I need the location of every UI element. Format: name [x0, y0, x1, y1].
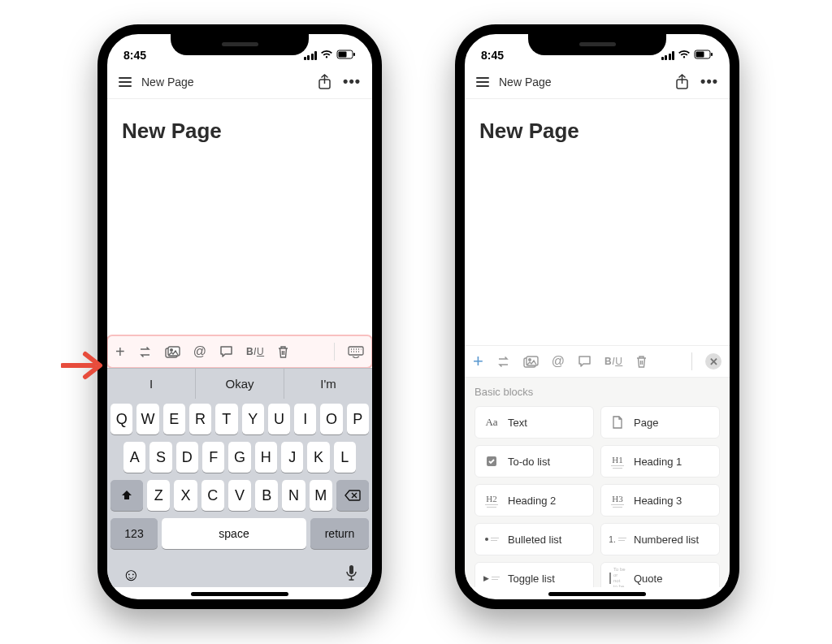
block-option-quote[interactable]: To beor notto beQuote [600, 562, 720, 587]
suggestion-1[interactable]: I [107, 369, 196, 399]
key-t[interactable]: T [215, 404, 237, 434]
H3-icon: H3 [609, 492, 626, 508]
phone-notch [528, 32, 666, 55]
comment-icon[interactable] [578, 355, 592, 368]
shift-key[interactable] [110, 480, 143, 511]
format-toolbar: + @ BIU [107, 335, 372, 368]
block-option-label: To-do list [508, 456, 550, 468]
key-m[interactable]: M [310, 480, 332, 511]
bullet-icon [483, 531, 500, 547]
menu-icon[interactable] [476, 77, 489, 87]
text-format-button[interactable]: BIU [246, 346, 264, 357]
format-toolbar: + @ BIU ✕ [465, 345, 730, 378]
key-d[interactable]: D [176, 442, 198, 473]
more-icon[interactable]: ••• [343, 73, 361, 90]
key-r[interactable]: R [189, 404, 211, 434]
breadcrumb[interactable]: New Page [141, 76, 194, 89]
page-icon [609, 414, 626, 430]
image-icon[interactable] [165, 346, 180, 358]
block-option-numbered-list[interactable]: 1.Numbered list [600, 523, 720, 555]
suggestion-3[interactable]: I'm [284, 369, 372, 399]
key-i[interactable]: I [294, 404, 316, 434]
text-format-button[interactable]: BIU [604, 356, 622, 367]
block-option-bulleted-list[interactable]: Bulleted list [474, 523, 594, 555]
key-p[interactable]: P [347, 404, 369, 434]
key-h[interactable]: H [255, 442, 277, 473]
key-u[interactable]: U [268, 404, 290, 434]
editor-content[interactable] [465, 144, 730, 345]
page-title[interactable]: New Page [465, 99, 730, 144]
trash-icon[interactable] [635, 355, 648, 369]
svg-rect-2 [339, 52, 347, 58]
mention-icon[interactable]: @ [193, 344, 206, 359]
block-option-label: Toggle list [508, 573, 555, 585]
add-block-button[interactable]: + [473, 351, 483, 372]
key-v[interactable]: V [228, 480, 251, 511]
block-option-heading-2[interactable]: H2Heading 2 [474, 484, 594, 516]
emoji-key[interactable]: ☺ [122, 564, 140, 586]
annotation-arrow [61, 349, 106, 382]
key-o[interactable]: O [320, 404, 342, 434]
key-q[interactable]: Q [110, 404, 132, 434]
turn-into-icon[interactable] [496, 356, 510, 368]
dismiss-keyboard-icon[interactable] [348, 346, 364, 358]
comment-icon[interactable] [219, 345, 233, 358]
key-b[interactable]: B [255, 480, 278, 511]
keyboard-bottom-row: ☺ [107, 560, 372, 587]
key-x[interactable]: X [174, 480, 197, 511]
status-time: 8:45 [124, 49, 146, 62]
key-e[interactable]: E [163, 404, 185, 434]
block-option-label: Text [508, 417, 527, 429]
block-option-to-do-list[interactable]: To-do list [474, 445, 594, 478]
suggestion-2[interactable]: Okay [196, 369, 284, 399]
block-option-text[interactable]: AaText [474, 406, 594, 439]
space-key[interactable]: space [162, 518, 306, 549]
quote-icon: To beor notto be [609, 570, 626, 586]
turn-into-icon[interactable] [138, 346, 152, 358]
svg-rect-3 [353, 53, 355, 56]
breadcrumb[interactable]: New Page [499, 76, 552, 89]
key-g[interactable]: G [228, 442, 250, 473]
numeric-key[interactable]: 123 [110, 518, 158, 549]
H2-icon: H2 [483, 492, 500, 508]
app-top-bar: New Page ••• [465, 67, 730, 99]
key-s[interactable]: S [150, 442, 171, 473]
battery-icon [336, 49, 356, 62]
svg-rect-11 [696, 52, 704, 58]
wifi-icon [320, 49, 333, 62]
key-z[interactable]: Z [147, 480, 170, 511]
key-w[interactable]: W [136, 404, 158, 434]
phone-notch [171, 32, 309, 55]
share-icon[interactable] [675, 74, 689, 90]
key-f[interactable]: F [202, 442, 224, 473]
key-n[interactable]: N [282, 480, 305, 511]
cellular-signal-icon [661, 51, 675, 60]
backspace-key[interactable] [336, 480, 369, 511]
key-c[interactable]: C [202, 480, 224, 511]
key-a[interactable]: A [124, 442, 145, 473]
return-key[interactable]: return [310, 518, 369, 549]
trash-icon[interactable] [277, 345, 289, 359]
editor-content[interactable] [107, 144, 372, 335]
block-option-heading-1[interactable]: H1Heading 1 [600, 445, 720, 478]
page-title[interactable]: New Page [107, 99, 372, 144]
dictation-key[interactable] [345, 564, 358, 586]
close-panel-button[interactable]: ✕ [705, 353, 722, 370]
add-block-button[interactable]: + [115, 343, 125, 361]
1.-icon: 1. [609, 531, 626, 547]
block-option-page[interactable]: Page [600, 406, 720, 439]
menu-icon[interactable] [119, 77, 132, 87]
share-icon[interactable] [318, 74, 332, 90]
key-j[interactable]: J [281, 442, 303, 473]
image-icon[interactable] [523, 356, 539, 368]
home-indicator [548, 592, 646, 596]
phone-mockup-left: 8:45 New Page ••• [98, 24, 382, 609]
key-l[interactable]: L [334, 442, 356, 473]
key-k[interactable]: K [307, 442, 329, 473]
key-y[interactable]: Y [242, 404, 264, 434]
block-option-heading-3[interactable]: H3Heading 3 [600, 484, 720, 516]
more-icon[interactable]: ••• [700, 73, 718, 90]
mention-icon[interactable]: @ [552, 354, 565, 369]
cellular-signal-icon [304, 51, 318, 60]
block-option-toggle-list[interactable]: ▶Toggle list [474, 562, 594, 587]
